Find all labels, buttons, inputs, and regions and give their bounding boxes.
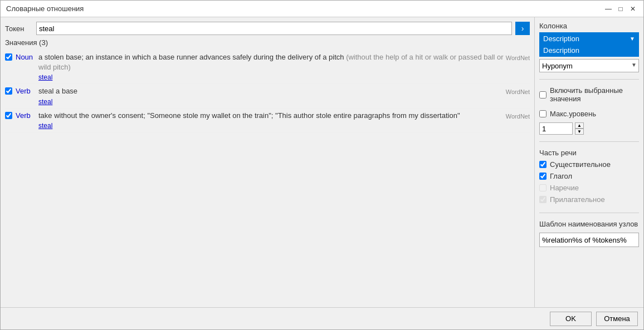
value-content-1: a stolen base; an instance in which a ba…: [38, 52, 530, 81]
spin-buttons: ▲ ▼: [575, 122, 584, 135]
pos-adj-row: Прилагательное: [539, 195, 639, 204]
template-section: Шаблон наименования узлов: [539, 220, 639, 247]
pos-noun-row: Существительное: [539, 160, 639, 169]
pos-noun-label: Существительное: [550, 160, 611, 169]
pos-adverb-checkbox: [539, 184, 547, 191]
list-item: Verb take without the owner's consent; "…: [5, 109, 530, 132]
column-dropdown[interactable]: Description ▼ Description: [539, 32, 639, 57]
pos-verb-label: Глагол: [550, 172, 572, 180]
pos-adj-label: Прилагательное: [550, 195, 605, 204]
title-bar: Словарные отношения — □ ✕: [1, 1, 643, 17]
token-arrow-button[interactable]: ›: [515, 22, 530, 35]
max-level-label: Макс.уровень: [550, 110, 596, 118]
column-dropdown-option-description[interactable]: Description: [540, 45, 638, 56]
footer: OK Отмена: [1, 307, 643, 329]
pos-adverb-row: Наречие: [539, 184, 639, 192]
close-button[interactable]: ✕: [628, 4, 638, 14]
pos-verb-row: Глагол: [539, 172, 639, 180]
include-selected-checkbox[interactable]: [539, 91, 547, 98]
token-row: Токен ›: [5, 22, 530, 35]
ok-button[interactable]: OK: [550, 312, 592, 326]
column-second-dropdown-container: Hyponym ▼: [539, 59, 639, 72]
column-label: Колонка: [539, 22, 639, 30]
value-def-paren-1: (without the help of a hit or walk or pa…: [38, 53, 504, 71]
value-def-2: steal a base: [38, 86, 77, 96]
template-input[interactable]: [539, 233, 639, 247]
template-label: Шаблон наименования узлов: [539, 220, 639, 228]
pos-label: Часть речи: [539, 149, 639, 157]
right-panel: Колонка Description ▼ Description Hypony…: [535, 17, 643, 307]
values-list: Noun a stolen base; an instance in which…: [5, 50, 530, 303]
value-type-2: Verb: [16, 87, 35, 95]
value-type-1: Noun: [16, 53, 35, 61]
token-label: Токен: [5, 24, 33, 33]
value-type-3: Verb: [16, 111, 35, 120]
max-level-input[interactable]: [539, 122, 573, 135]
value-source-2: WordNet: [506, 88, 530, 95]
token-input[interactable]: [36, 22, 512, 35]
pos-verb-checkbox[interactable]: [539, 173, 547, 180]
pos-section: Часть речи Существительное Глагол Наречи…: [539, 149, 639, 206]
value-def-3: take without the owner's consent; "Someo…: [38, 111, 460, 121]
divider-1: [539, 79, 639, 80]
window-title: Словарные отношения: [6, 4, 84, 13]
max-level-input-row: ▲ ▼: [539, 122, 639, 135]
cancel-button[interactable]: Отмена: [596, 312, 638, 326]
spin-up-button[interactable]: ▲: [575, 122, 584, 129]
column-dropdown-value: Description: [543, 35, 579, 43]
max-level-checkbox-row: Макс.уровень: [539, 110, 639, 118]
dropdown-option-label: Description: [543, 46, 579, 55]
column-second-dropdown[interactable]: Hyponym: [539, 59, 639, 72]
left-panel: Токен › Значения (3) Noun a stolen base;…: [1, 17, 535, 307]
pos-adverb-label: Наречие: [550, 184, 579, 192]
divider-3: [539, 213, 639, 213]
title-bar-buttons: — □ ✕: [603, 4, 638, 14]
value-link-2[interactable]: steal: [38, 98, 530, 106]
value-link-1[interactable]: steal: [38, 73, 530, 81]
main-content: Токен › Значения (3) Noun a stolen base;…: [1, 17, 643, 307]
include-selected-row: Включить выбранные значения: [539, 86, 639, 103]
value-source-1: WordNet: [506, 55, 530, 61]
pos-noun-checkbox[interactable]: [539, 161, 547, 168]
chevron-down-icon: ▼: [630, 36, 635, 42]
value-checkbox-1[interactable]: [5, 53, 12, 61]
value-content-2: steal a base WordNet steal: [38, 86, 530, 105]
list-item: Verb steal a base WordNet steal: [5, 84, 530, 108]
value-content-3: take without the owner's consent; "Someo…: [38, 111, 530, 130]
include-selected-label: Включить выбранные значения: [550, 86, 639, 103]
pos-adj-checkbox: [539, 196, 547, 203]
minimize-button[interactable]: —: [603, 4, 613, 14]
value-link-3[interactable]: steal: [38, 122, 530, 130]
spin-down-button[interactable]: ▼: [575, 129, 584, 135]
max-level-section: Макс.уровень ▲ ▼: [539, 110, 639, 135]
main-window: Словарные отношения — □ ✕ Токен › Значен…: [0, 0, 644, 330]
value-checkbox-2[interactable]: [5, 87, 12, 95]
list-item: Noun a stolen base; an instance in which…: [5, 50, 530, 84]
value-source-3: WordNet: [506, 113, 530, 120]
maximize-button[interactable]: □: [616, 4, 626, 14]
column-section: Колонка Description ▼ Description Hypony…: [539, 22, 639, 72]
max-level-checkbox[interactable]: [539, 110, 547, 117]
column-dropdown-selected[interactable]: Description ▼: [540, 33, 638, 45]
value-def-1: a stolen base; an instance in which a ba…: [38, 52, 506, 72]
divider-2: [539, 141, 639, 142]
value-checkbox-3[interactable]: [5, 112, 12, 119]
values-header: Значения (3): [5, 38, 530, 47]
